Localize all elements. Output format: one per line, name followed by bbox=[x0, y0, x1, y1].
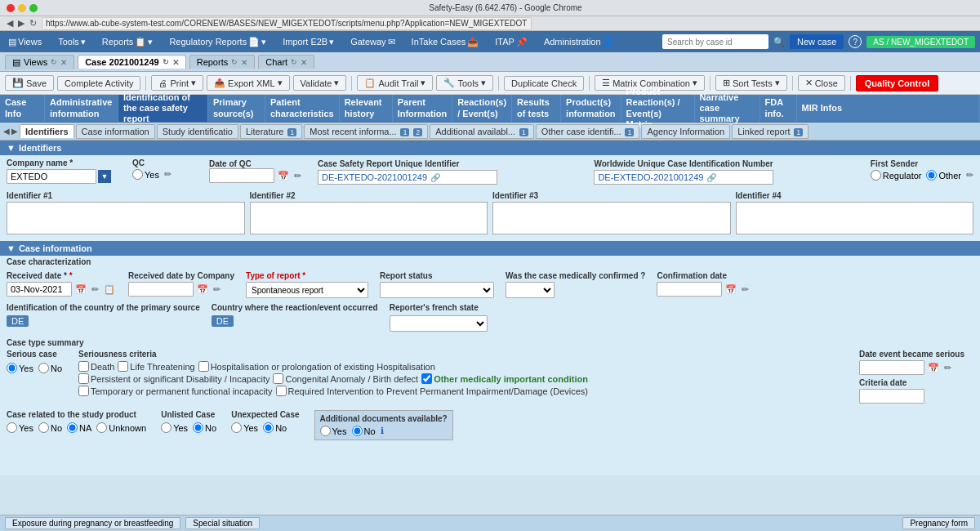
report-status-select[interactable] bbox=[380, 282, 494, 298]
nav-import-e2b[interactable]: Import E2B ▾ bbox=[279, 35, 337, 49]
date-qc-edit-icon[interactable]: ✏ bbox=[292, 171, 303, 181]
nav-next-icon[interactable]: ▶ bbox=[11, 127, 18, 136]
audit-trail-button[interactable]: 📋 Audit Trail ▾ bbox=[357, 75, 433, 91]
study-unknown-radio[interactable]: Unknown bbox=[96, 422, 146, 433]
header-relevant[interactable]: Relevant history bbox=[340, 95, 393, 122]
tab-reports[interactable]: Reports ↻ ✕ bbox=[189, 55, 256, 69]
date-qc-calendar-icon[interactable]: 📅 bbox=[276, 171, 291, 181]
tab-views-refresh[interactable]: ↻ bbox=[51, 58, 57, 66]
export-xml-button[interactable]: 📤 Export XML ▾ bbox=[207, 75, 289, 91]
tab-chart[interactable]: Chart ↻ ✕ bbox=[258, 55, 314, 69]
criteria-congenital[interactable]: Congenital Anomaly / Birth defect bbox=[273, 373, 418, 384]
sub-tab-agency[interactable]: Agency Information bbox=[641, 124, 730, 139]
sub-tab-other-case[interactable]: Other case identifi... 1 bbox=[536, 124, 640, 139]
medically-confirmed-select[interactable] bbox=[506, 282, 555, 298]
study-no-radio[interactable]: No bbox=[38, 422, 62, 433]
browser-max[interactable] bbox=[29, 4, 38, 12]
received-company-input[interactable] bbox=[128, 282, 194, 297]
qc-edit-icon[interactable]: ✏ bbox=[164, 169, 172, 180]
nav-reports[interactable]: Reports 📋 ▾ bbox=[99, 35, 157, 49]
complete-activity-button[interactable]: Complete Activity bbox=[57, 76, 140, 91]
search-input[interactable] bbox=[662, 34, 768, 49]
criteria-death[interactable]: Death bbox=[78, 361, 114, 372]
qc-yes-radio[interactable]: Yes bbox=[132, 169, 159, 180]
tab-views[interactable]: ▤ Views ↻ ✕ bbox=[5, 55, 74, 69]
first-sender-other-radio[interactable]: Other bbox=[926, 170, 961, 181]
special-situation-button[interactable]: Special situation bbox=[185, 517, 260, 529]
confirmation-date-input[interactable] bbox=[657, 282, 722, 297]
nav-gateway[interactable]: Gateway ✉ bbox=[347, 35, 398, 49]
confirmation-calendar-icon[interactable]: 📅 bbox=[724, 284, 738, 295]
received-company-edit-icon[interactable]: ✏ bbox=[212, 284, 222, 295]
received-date-copy-icon[interactable]: 📋 bbox=[102, 284, 117, 295]
browser-close[interactable] bbox=[7, 4, 15, 12]
nav-tools[interactable]: Tools ▾ bbox=[55, 35, 89, 49]
add-docs-info-icon[interactable]: ℹ bbox=[381, 426, 384, 436]
ident1-input[interactable] bbox=[7, 202, 245, 234]
header-primary-source[interactable]: Primary source(s) bbox=[208, 95, 265, 122]
browser-min[interactable] bbox=[18, 4, 26, 12]
tab-case[interactable]: Case 2021001249 ↻ ✕ bbox=[78, 55, 186, 69]
header-mir[interactable]: MIR Infos bbox=[797, 95, 980, 122]
nav-refresh[interactable]: ↻ bbox=[29, 18, 37, 29]
ident3-input[interactable] bbox=[492, 202, 731, 234]
sub-tab-additional[interactable]: Additional availabl... 1 bbox=[430, 124, 534, 139]
sub-tab-case-info[interactable]: Case information bbox=[76, 124, 155, 139]
new-case-button[interactable]: New case bbox=[790, 34, 844, 49]
header-narrative[interactable]: Narrative case summary bbox=[695, 95, 760, 122]
tools-button[interactable]: 🔧 Tools ▾ bbox=[436, 75, 493, 91]
case-info-collapse-icon[interactable]: ▼ bbox=[7, 243, 16, 253]
unexpected-no-radio[interactable]: No bbox=[263, 422, 287, 433]
company-name-input[interactable] bbox=[7, 169, 96, 184]
help-icon[interactable]: ? bbox=[849, 35, 862, 48]
criteria-life-threatening[interactable]: Life Threatening bbox=[118, 361, 194, 372]
sort-tests-button[interactable]: ⊞ Sort Tests ▾ bbox=[715, 75, 787, 91]
criteria-date-input[interactable] bbox=[859, 389, 924, 404]
header-patient[interactable]: Patient characteristics bbox=[265, 95, 340, 122]
date-event-calendar-icon[interactable]: 📅 bbox=[926, 363, 941, 373]
exposure-button[interactable]: Exposure during pregnancy or breastfeedi… bbox=[5, 517, 180, 529]
tab-reports-refresh[interactable]: ↻ bbox=[231, 58, 238, 66]
header-identification[interactable]: Identification of the case safety report bbox=[118, 95, 208, 122]
nav-intake-cases[interactable]: InTake Cases 📥 bbox=[408, 35, 483, 49]
identifiers-collapse-icon[interactable]: ▼ bbox=[7, 143, 16, 153]
sub-tab-identifiers[interactable]: Identifiers bbox=[20, 124, 74, 138]
header-admin[interactable]: Administrative information bbox=[45, 95, 118, 122]
unlisted-no-radio[interactable]: No bbox=[193, 422, 216, 433]
ident2-input[interactable] bbox=[250, 202, 488, 234]
wuci-link-icon[interactable]: 🔗 bbox=[706, 173, 716, 182]
confirmation-edit-icon[interactable]: ✏ bbox=[740, 284, 751, 295]
validate-button[interactable]: Validate ▾ bbox=[293, 75, 347, 91]
ident4-input[interactable] bbox=[736, 202, 974, 234]
sub-tab-literature[interactable]: Literature 1 bbox=[240, 124, 302, 139]
study-yes-radio[interactable]: Yes bbox=[7, 422, 33, 433]
close-button[interactable]: ✕ Close bbox=[798, 75, 845, 91]
received-company-calendar-icon[interactable]: 📅 bbox=[195, 284, 210, 295]
first-sender-regulator-radio[interactable]: Regulator bbox=[871, 170, 922, 181]
received-date-edit-icon[interactable]: ✏ bbox=[90, 284, 100, 295]
tab-chart-refresh[interactable]: ↻ bbox=[291, 58, 297, 66]
tab-chart-close[interactable]: ✕ bbox=[301, 58, 307, 67]
duplicate-check-button[interactable]: Duplicate Check bbox=[504, 76, 584, 91]
criteria-required-intervention[interactable]: Required Intervention to Prevent Permane… bbox=[276, 386, 588, 396]
criteria-other-important[interactable]: Other medically important condition bbox=[421, 373, 588, 384]
date-qc-input[interactable] bbox=[209, 168, 274, 183]
sub-tab-most-recent[interactable]: Most recent informa... 1 2 bbox=[304, 124, 428, 139]
nav-admin[interactable]: Administration 👤 bbox=[541, 35, 617, 49]
user-button[interactable]: AS / NEW_MIGEXTEDOT bbox=[866, 36, 975, 48]
tab-case-refresh[interactable]: ↻ bbox=[163, 58, 169, 66]
serious-no-radio[interactable]: No bbox=[38, 363, 62, 373]
unlisted-yes-radio[interactable]: Yes bbox=[161, 422, 188, 433]
tab-reports-close[interactable]: ✕ bbox=[241, 58, 247, 67]
received-date-input[interactable] bbox=[7, 282, 72, 297]
tab-views-close[interactable]: ✕ bbox=[60, 58, 67, 67]
unexpected-yes-radio[interactable]: Yes bbox=[231, 422, 258, 433]
nav-itap[interactable]: ITAP 📌 bbox=[492, 35, 531, 49]
criteria-disability[interactable]: Persistent or significant Disability / I… bbox=[78, 373, 270, 384]
received-date-calendar-icon[interactable]: 📅 bbox=[74, 284, 88, 295]
header-results[interactable]: Results of tests bbox=[512, 95, 561, 122]
address-bar[interactable] bbox=[42, 17, 532, 30]
print-button[interactable]: 🖨 Print ▾ bbox=[151, 75, 203, 91]
serious-yes-radio[interactable]: Yes bbox=[7, 363, 33, 373]
date-event-serious-input[interactable] bbox=[859, 360, 924, 375]
